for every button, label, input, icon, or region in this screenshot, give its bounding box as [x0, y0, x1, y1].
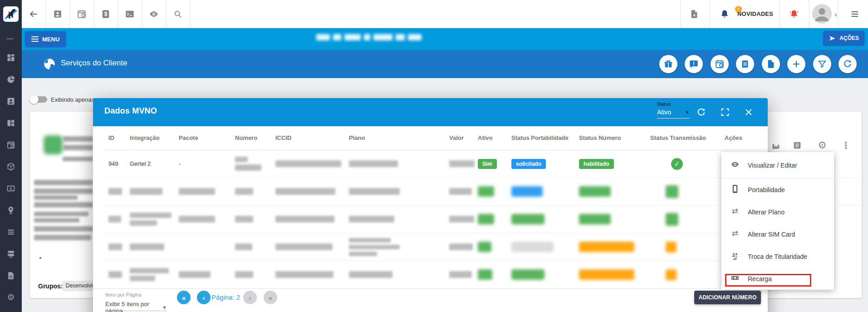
search-button[interactable]: [172, 9, 183, 20]
visibility-button[interactable]: [148, 9, 159, 20]
menu-item-label: Alterar SIM Card: [748, 231, 795, 238]
receipt-button[interactable]: [736, 55, 754, 73]
sidebar-item-schedule[interactable]: [6, 140, 15, 149]
sidebar-item-kanban[interactable]: [6, 119, 15, 128]
sidebar-item-map[interactable]: [6, 206, 15, 215]
pdf-button[interactable]: A: [689, 9, 700, 20]
back-button[interactable]: [28, 9, 39, 20]
modal-refresh-button[interactable]: [696, 107, 706, 118]
column-header: Ativo: [478, 126, 511, 150]
check-circle-icon: ✓: [671, 158, 683, 170]
topbar: $A!NOVIDADES∨: [22, 0, 868, 28]
acoes-button[interactable]: AÇÕES: [823, 31, 864, 45]
bar-chart-icon-button[interactable]: [770, 140, 781, 151]
integracao-cell: [130, 261, 179, 288]
status-select[interactable]: Status Ativo ▼: [657, 102, 690, 119]
dashboard-icon: [6, 53, 15, 62]
valor-cell: [449, 233, 478, 261]
menu-item-portabilidade[interactable]: Portabilidade: [721, 178, 834, 201]
pdf-icon: A: [689, 9, 699, 19]
sidebar-item-documents[interactable]: [6, 271, 15, 280]
numero-cell: [235, 178, 275, 205]
adicionar-numero-button[interactable]: ADICIONAR NÚMERO: [694, 291, 761, 304]
sidebar-item-products[interactable]: [6, 162, 15, 171]
id-cell: [104, 178, 130, 205]
redacted-text: [108, 271, 122, 278]
redacted-status-badge: [579, 214, 611, 224]
sidebar-item-clients[interactable]: [6, 97, 15, 106]
id-cell: [104, 233, 130, 261]
redacted-text: [349, 271, 392, 278]
file-button[interactable]: [762, 55, 780, 73]
status-badge: habilitado: [579, 159, 614, 169]
filter-button[interactable]: [813, 55, 831, 73]
exibir-toggle[interactable]: [31, 96, 47, 103]
section-header: Serviços do Cliente: [22, 50, 868, 78]
chevron-down-icon[interactable]: ∨: [834, 12, 838, 18]
grupos-label: Grupos:: [38, 282, 63, 290]
sidebar-item-reports[interactable]: [6, 75, 15, 84]
news-bell-button[interactable]: [719, 9, 730, 20]
redacted-text: [235, 271, 253, 278]
schedule-button[interactable]: [711, 55, 729, 73]
prev-page-button[interactable]: ‹: [197, 291, 211, 304]
section-title: Serviços do Cliente: [61, 59, 127, 68]
grupo-chip[interactable]: Desenvolvime: [63, 281, 95, 291]
id-cell: 949: [104, 150, 130, 178]
sidebar-item-settings[interactable]: ⚙: [6, 293, 15, 302]
row-actions-menu: Visualizar / EditarPortabilidadeAlterar …: [721, 152, 834, 290]
list-bullet: [39, 257, 41, 259]
menu-item-alterar-plano[interactable]: Alterar Plano: [721, 201, 834, 223]
refresh-button[interactable]: [839, 55, 857, 73]
notes-icon-button[interactable]: [792, 140, 803, 151]
menu-item-visualizar-editar[interactable]: Visualizar / Editar: [721, 152, 834, 178]
ativo-cell: [478, 178, 511, 205]
integracao-cell: Gertel 2: [130, 150, 179, 178]
settings-icon-button[interactable]: ⚙: [817, 140, 828, 151]
sidebar-item-orders[interactable]: [6, 228, 15, 237]
gift-button[interactable]: [659, 55, 677, 73]
schedule-button[interactable]: [76, 9, 87, 20]
table-row: [104, 233, 764, 261]
novidades-label: NOVIDADES: [737, 10, 773, 17]
modal-fullscreen-button[interactable]: [720, 107, 731, 118]
sidebar-item-network[interactable]: [6, 249, 15, 258]
add-button[interactable]: [787, 55, 805, 73]
modal-close-button[interactable]: [743, 107, 754, 118]
list-menu-button[interactable]: [849, 9, 860, 20]
sidebar-item-dashboard[interactable]: [6, 53, 15, 62]
eye-icon: [149, 9, 159, 19]
redacted-status-badge: [511, 269, 544, 280]
redacted-text: [179, 271, 211, 278]
calendar-clock-icon: [715, 59, 725, 69]
alert-bell-button[interactable]: [789, 9, 799, 20]
feedback-button[interactable]: [685, 55, 703, 73]
kebab-menu-button[interactable]: ⋮: [840, 140, 851, 151]
terminal-button[interactable]: [124, 9, 135, 20]
sidebar-item-financial[interactable]: $: [6, 184, 15, 193]
file-icon: [766, 59, 776, 69]
valor-cell: [449, 178, 478, 205]
avatar[interactable]: [812, 4, 832, 24]
chevron-down-icon: ▼: [685, 109, 690, 115]
redacted-text: [235, 157, 248, 162]
menu-item-label: Troca de Titularidade: [748, 253, 807, 260]
app-logo[interactable]: [0, 0, 22, 28]
screen: $⚙ $A!NOVIDADES∨ MENU AÇÕES Serviços do …: [0, 0, 868, 312]
dados-mvno-modal: Dados MVNO Status Ativo ▼ IDIntegraçãoPa…: [93, 98, 768, 312]
last-page-button[interactable]: »: [264, 291, 277, 304]
fullscreen-icon: [720, 107, 730, 117]
next-page-button[interactable]: ›: [243, 291, 257, 304]
billing-button[interactable]: $: [100, 9, 111, 20]
menu-button[interactable]: MENU: [25, 31, 66, 47]
hamburger-icon: [31, 36, 39, 42]
contacts-button[interactable]: [52, 9, 63, 20]
menu-item-alterar-sim-card[interactable]: Alterar SIM Card: [721, 223, 834, 245]
column-header: ICCID: [275, 126, 349, 150]
menu-item-troca-de-titularidade[interactable]: Troca de Titularidade: [721, 245, 834, 267]
redacted-text: [235, 216, 253, 223]
first-page-button[interactable]: «: [177, 291, 191, 304]
status_numero-cell: habilitado: [579, 150, 650, 178]
kanban-icon: [6, 119, 15, 128]
list-icon: [6, 228, 15, 237]
